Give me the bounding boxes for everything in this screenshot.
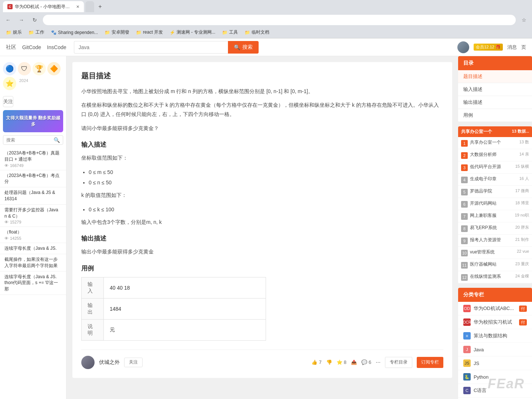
sidebar-article-2[interactable]: （2023A卷+B卷+C卷）考点分 [0,170,66,188]
comment-count: 6 [369,359,371,365]
forward-button[interactable]: → [16,15,27,25]
sidebar-article-4[interactable]: 需要打开多少监控器（Java n & C） 👁 15279 [0,205,66,227]
hot-item-7[interactable]: 7 网上兼职客服 19 no职 [458,210,532,222]
bookmark-sharing[interactable]: 🐾 Sharing dependen... [48,29,101,36]
search-button[interactable]: 🔍 搜索 [228,41,259,54]
sidebar-article-5[interactable]: （float） 👁 14255 [0,227,66,243]
sidebar-search-input[interactable] [6,137,54,143]
dislike-action[interactable]: 👎 [326,359,332,365]
sidebar-article-6[interactable]: 连续字母长度（Java & JS. [0,243,66,254]
hot-item-1[interactable]: 1 共享办公室一个 13 数 [458,137,532,149]
category-item-ocr[interactable]: OCR 华为校招实习机试 付 [458,316,532,329]
bookmark-label: react 开发 [143,29,163,35]
sidebar-article-3[interactable]: 处理器问题（Java & JS & 16314 [0,187,66,205]
reload-button[interactable]: ↻ [30,15,40,25]
hot-item-3[interactable]: 3 低代码平台开源 15 纵横 [458,161,532,174]
hot-item-11[interactable]: 11 医疗器械网站 23 重庆 [458,259,532,271]
list-item: 0 ≤ m ≤ 50 [89,167,443,177]
browser-chrome: C 华为OD机试 - 小华地图寻宝（ ✕ + [0,0,532,13]
sidebar-banner: 文得大额流量券 翻多奖励越多 [3,110,63,132]
toc-item-4[interactable]: 用例 [458,109,532,122]
share-icon: 📤 [351,359,357,365]
category-item-c[interactable]: C C语言 [458,384,532,398]
hot-item-6[interactable]: 6 开源代码网站 18 博里 [458,198,532,210]
bookmark-android[interactable]: 📁 安卓開發 [102,28,132,37]
folder-icon: 📁 [6,30,11,35]
bookmarks-bar: 📁 娱乐 📁 工作 🐾 Sharing dependen... 📁 安卓開發 📁… [0,27,532,38]
table-row: 输入 40 40 18 [82,277,266,298]
message-button[interactable]: 消息 [507,44,517,51]
hot-item-9[interactable]: 9 报考人力资源管 21 制作 [458,235,532,247]
hot-label: 罗德品学院 [470,188,513,194]
lightning-icon: ⚡ [170,30,175,35]
bookmark-work[interactable]: 📁 工作 [25,28,47,37]
hot-label: 低代码平台开源 [470,164,513,170]
od-icon: OD [463,305,471,312]
vip-badge[interactable]: 会员12.12 🎁 [474,44,503,51]
rank-3: 3 [461,164,468,171]
more-action[interactable]: ⋯ [376,359,381,365]
input-value: 40 40 18 [104,277,266,298]
article-title: 处理器问题（Java & JS & 16314 [4,190,62,202]
sidebar-search-icon[interactable]: 🔍 [54,137,60,143]
hot-item-10[interactable]: 10 vue管理系统 22 vue [458,247,532,259]
subscribe-button[interactable]: 订阅专栏 [417,357,443,368]
sidebar-article-8[interactable]: 连续字母长度（Java & JS. thon代码里面，s += '0'这一 那 [0,272,66,295]
new-tab-button[interactable]: + [96,2,105,11]
rank-4: 4 [461,177,468,183]
author-name: 伏城之外 [99,359,120,366]
active-tab[interactable]: C 华为OD机试 - 小华地图寻宝（ ✕ [3,1,84,12]
hot-item-12[interactable]: 12 在线纵情监测系 24 金棵 [458,271,532,283]
sidebar-article-1[interactable]: （2023A卷+B卷+C卷）真题目口 + 通过率 👁 166749 [0,148,66,170]
bookmark-temp[interactable]: 📁 临时文档 [242,28,272,37]
bookmark-label: 工具 [229,29,238,35]
hot-item-4[interactable]: 4 生成电子印章 16 人 [458,174,532,186]
hot-item-8[interactable]: 8 易飞ERP系统 20 胖东 [458,222,532,235]
toc-item-2[interactable]: 输入描述 [458,83,532,96]
badge-shield: 🛡 [18,62,31,75]
nav-community[interactable]: 社区 [6,44,16,51]
category-item-js[interactable]: JS JS [458,357,532,370]
bookmark-yuele[interactable]: 📁 娱乐 [3,28,25,37]
sidebar-article-7[interactable]: 截尾操作，如果没有这一步入字符串最后两个字符如果 [0,254,66,272]
article-meta: 👁 14255 [4,236,62,241]
category-item-algo[interactable]: ≡ 算法与数据结构 [458,329,532,343]
nav-gitcode[interactable]: GitCode [22,44,41,50]
nav-inscode[interactable]: InsCode [47,44,66,50]
follow-button[interactable]: 关注 [3,96,13,107]
bookmark-tools[interactable]: 📁 工具 [219,28,241,37]
hot-item-5[interactable]: 5 罗德品学院 17 微商 [458,186,532,198]
back-button[interactable]: ← [3,15,13,25]
star-action[interactable]: ⭐ 8 [337,359,347,365]
article-title: 连续字母长度（Java & JS. [4,245,62,252]
search-input[interactable] [74,41,228,54]
view-icon: 👁 [4,220,8,224]
bookmark-label: 测速网 - 专业测网... [177,29,215,35]
toc-item-1[interactable]: 题目描述 [458,70,532,83]
rank-10: 10 [461,250,468,256]
hot-item-2[interactable]: 2 大数据分析师 14 亲 [458,149,532,161]
more-icon: ⋯ [376,359,381,365]
input-label: 输入 [82,277,104,298]
like-action[interactable]: 👍 7 [311,359,321,365]
inactive-tab[interactable] [85,1,94,12]
toc-header: 目录 [458,56,532,70]
category-item-java[interactable]: J Java [458,343,532,357]
share-action[interactable]: 📤 [351,359,357,365]
category-item-python[interactable]: 🐍 Python [458,370,532,384]
rank-2: 2 [461,152,468,159]
bookmark-react[interactable]: 📁 react 开发 [133,28,166,37]
category-item-od[interactable]: OD 华为OD机试ABC... 付 [458,302,532,316]
tab-close-icon[interactable]: ✕ [76,4,79,9]
hot-label: 大数据分析师 [470,151,517,158]
category-item-nodejs[interactable]: N nodejs [458,398,532,399]
user-avatar[interactable] [457,41,469,53]
more-button[interactable]: 页 [521,44,526,51]
bookmark-speedtest[interactable]: ⚡ 测速网 - 专业测网... [167,28,218,37]
author-follow-button[interactable]: 关注 [124,358,143,367]
comment-action[interactable]: 💬 6 [361,359,371,365]
address-input[interactable]: dn.net/qfc_128220/article/details/134674… [43,15,516,25]
catalog-button[interactable]: 专栏目录 [385,357,412,368]
toc-item-3[interactable]: 输出描述 [458,96,532,109]
bookmark-icon[interactable]: ☆ [519,15,529,25]
